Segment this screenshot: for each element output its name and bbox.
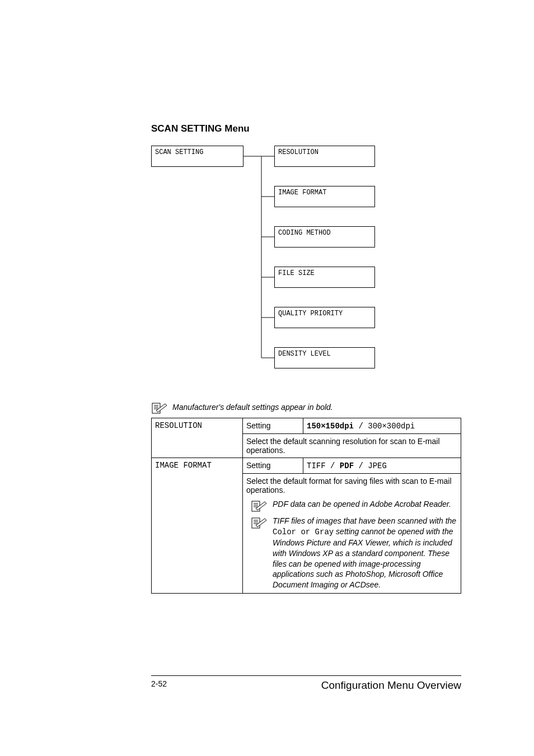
tree-child-resolution: RESOLUTION <box>274 146 375 167</box>
note-pdf-reader: PDF data can be opened in Adobe Acrobat … <box>246 499 457 511</box>
note-tiff-text: TIFF files of images that have been scan… <box>270 516 457 590</box>
option-jpeg: JPEG <box>368 461 387 470</box>
section-heading: SCAN SETTING Menu <box>151 123 461 134</box>
cell-imageformat-options: TIFF / PDF / JPEG <box>303 458 461 474</box>
note-icon <box>251 517 268 529</box>
note-tiff-viewer: TIFF files of images that have been scan… <box>246 516 457 590</box>
page: SCAN SETTING Menu SCAN SETTING RESOLUTIO… <box>0 0 534 756</box>
cell-imageformat-name: IMAGE FORMAT <box>152 458 243 594</box>
note-pdf-text: PDF data can be opened in Adobe Acrobat … <box>270 499 451 510</box>
defaults-note: Manufacturer's default settings appear i… <box>151 401 461 413</box>
tree-child-density-level: DENSITY LEVEL <box>274 347 375 368</box>
option-tiff: TIFF <box>307 461 326 470</box>
cell-imageformat-setting-label: Setting <box>243 458 303 474</box>
cell-resolution-options: 150×150dpi / 300×300dpi <box>303 418 461 434</box>
tree-root-box: SCAN SETTING <box>151 146 243 167</box>
settings-table: RESOLUTION Setting 150×150dpi / 300×300d… <box>151 418 461 594</box>
tree-child-image-format: IMAGE FORMAT <box>274 186 375 207</box>
footer-rule <box>151 675 461 676</box>
imageformat-desc: Select the default format for saving fil… <box>246 477 457 494</box>
cell-resolution-desc: Select the default scanning resolution f… <box>243 434 461 458</box>
note-icon <box>251 500 268 512</box>
tree-child-coding-method: CODING METHOD <box>274 226 375 248</box>
option-150x150-bold: 150×150dpi <box>307 422 354 431</box>
defaults-note-text: Manufacturer's default settings appear i… <box>172 403 333 412</box>
note-icon <box>151 402 168 414</box>
cell-resolution-name: RESOLUTION <box>152 418 243 458</box>
menu-tree-diagram: SCAN SETTING RESOLUTION IMAGE FORMAT COD… <box>151 146 461 392</box>
tree-connectors <box>151 146 386 381</box>
tree-child-file-size: FILE SIZE <box>274 267 375 288</box>
cell-resolution-setting-label: Setting <box>243 418 303 434</box>
tree-child-quality-priority: QUALITY PRIORITY <box>274 307 375 328</box>
page-footer: 2-52 Configuration Menu Overview <box>151 675 461 692</box>
option-pdf-bold: PDF <box>340 461 354 470</box>
option-sep-1: / <box>354 422 368 431</box>
footer-title: Configuration Menu Overview <box>321 679 461 692</box>
option-300x300: 300×300dpi <box>368 422 415 431</box>
note-tiff-pre: TIFF files of images that have been scan… <box>273 516 456 525</box>
cell-imageformat-body: Select the default format for saving fil… <box>243 474 461 594</box>
option-sep-b: / <box>354 461 368 470</box>
note-tiff-mono: Color or Gray <box>273 528 334 536</box>
footer-page-number: 2-52 <box>151 679 167 692</box>
option-sep-a: / <box>326 461 340 470</box>
